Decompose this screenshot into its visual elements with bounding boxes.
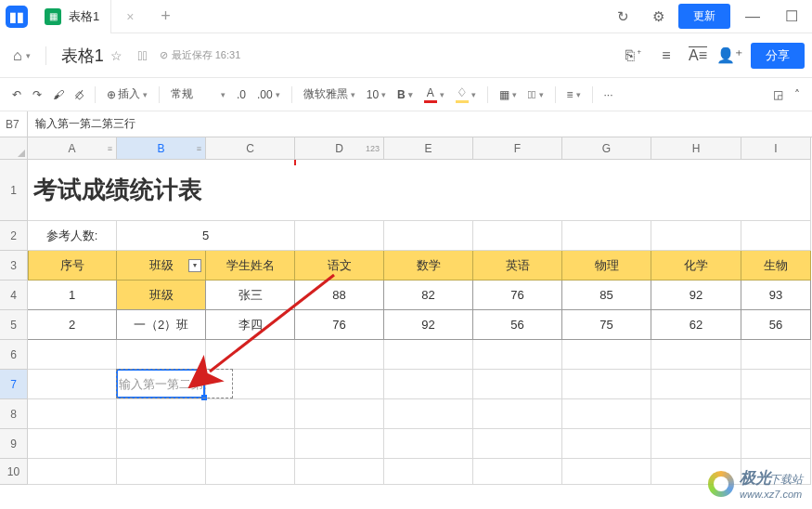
clear-format-button[interactable]: ◇̸ — [71, 85, 88, 104]
cell[interactable] — [741, 429, 811, 459]
cell[interactable] — [206, 399, 295, 429]
cell[interactable] — [651, 370, 741, 399]
history-icon[interactable]: ↻ — [608, 2, 638, 32]
row-header-1[interactable]: 1 — [0, 160, 28, 221]
cell[interactable] — [28, 340, 117, 370]
cell[interactable]: 数学 — [384, 251, 473, 281]
cell[interactable] — [473, 399, 562, 429]
cell[interactable] — [562, 221, 651, 251]
cell[interactable] — [741, 221, 811, 251]
row-header-7[interactable]: 7 — [0, 370, 28, 399]
cell[interactable]: 1 — [28, 281, 117, 310]
cell[interactable] — [206, 340, 295, 370]
cell[interactable]: 班级 — [117, 281, 206, 310]
cell[interactable]: 5 — [117, 221, 295, 251]
cell[interactable] — [473, 340, 562, 370]
row-header-4[interactable]: 4 — [0, 281, 28, 310]
col-header-A[interactable]: A≡ — [28, 137, 117, 160]
home-button[interactable]: ⌂▾ — [7, 44, 36, 68]
cell[interactable] — [28, 399, 117, 429]
active-cell-b7[interactable]: 输入第一第二第三行 — [117, 370, 206, 399]
number-format-dropdown[interactable]: 常规▾ — [166, 84, 230, 105]
decrease-decimal-button[interactable]: .0 — [232, 85, 251, 104]
borders-button[interactable]: ▦▾ — [495, 85, 522, 104]
cell[interactable] — [651, 221, 741, 251]
cell[interactable]: 92 — [651, 281, 741, 310]
cell[interactable] — [295, 459, 384, 485]
cell[interactable]: 62 — [651, 310, 741, 340]
cell[interactable]: 2 — [28, 310, 117, 340]
increase-decimal-button[interactable]: .00▾ — [252, 85, 285, 104]
cell[interactable]: 英语 — [473, 251, 562, 281]
cell[interactable] — [562, 459, 651, 485]
row-header-8[interactable]: 8 — [0, 399, 28, 429]
cell[interactable]: 学生姓名 — [206, 251, 295, 281]
cell[interactable] — [117, 429, 206, 459]
cell[interactable]: 李四 — [206, 310, 295, 340]
cell[interactable] — [473, 370, 562, 399]
row-header-9[interactable]: 9 — [0, 429, 28, 459]
cell[interactable]: 化学 — [651, 251, 741, 281]
cell[interactable] — [473, 429, 562, 459]
cell[interactable]: 班级▾ — [117, 251, 206, 281]
cell[interactable] — [384, 370, 473, 399]
cell[interactable]: 生物 — [741, 251, 811, 281]
cell[interactable] — [741, 340, 811, 370]
cell[interactable]: 85 — [562, 281, 651, 310]
minimize-button[interactable]: — — [736, 0, 769, 33]
cell[interactable]: 93 — [741, 281, 811, 310]
star-icon[interactable]: ☆ — [104, 43, 130, 69]
close-tab-icon[interactable]: × — [111, 9, 148, 24]
paint-format-button[interactable]: 🖌 — [48, 85, 69, 104]
list-icon[interactable]: ≡ — [651, 40, 682, 72]
cell[interactable]: 56 — [741, 310, 811, 340]
cell[interactable] — [295, 399, 384, 429]
cell[interactable] — [28, 429, 117, 459]
cell[interactable] — [384, 429, 473, 459]
maximize-button[interactable]: ☐ — [775, 0, 808, 33]
more-button[interactable]: ··· — [599, 85, 618, 104]
cell[interactable] — [741, 370, 811, 399]
cell[interactable]: 88 — [295, 281, 384, 310]
document-tab[interactable]: ▦ 表格1 — [33, 0, 111, 33]
cell[interactable] — [651, 340, 741, 370]
cell[interactable] — [562, 340, 651, 370]
add-sheet-icon[interactable]: ⎘⁺ — [619, 40, 651, 72]
cell[interactable]: 75 — [562, 310, 651, 340]
cell[interactable]: 92 — [384, 310, 473, 340]
cell[interactable]: 76 — [295, 310, 384, 340]
folder-icon[interactable]: ⇢⃞ — [130, 43, 156, 69]
row-header-5[interactable]: 5 — [0, 310, 28, 340]
row-header-2[interactable]: 2 — [0, 221, 28, 251]
cell[interactable]: 序号 — [28, 251, 117, 281]
font-size-dropdown[interactable]: 10▾ — [362, 85, 391, 104]
col-header-D[interactable]: D123 — [295, 137, 384, 160]
cell[interactable] — [295, 429, 384, 459]
freeze-button[interactable]: ◲ — [768, 85, 788, 104]
font-family-dropdown[interactable]: 微软雅黑▾ — [299, 84, 360, 105]
cell[interactable] — [117, 340, 206, 370]
bold-button[interactable]: B▾ — [393, 85, 418, 104]
name-box[interactable]: B7 — [0, 111, 28, 137]
col-header-G[interactable]: G — [562, 137, 651, 160]
cell[interactable] — [473, 459, 562, 485]
cell[interactable]: 56 — [473, 310, 562, 340]
col-header-I[interactable]: I — [741, 137, 811, 160]
fill-color-button[interactable]: ♢▾ — [451, 83, 481, 106]
cell[interactable] — [295, 370, 384, 399]
cell[interactable]: 一（2）班 — [117, 310, 206, 340]
filter-icon[interactable]: ▾ — [188, 259, 201, 272]
cell[interactable] — [651, 399, 741, 429]
merge-cells-button[interactable]: ⇔⃞▾ — [523, 85, 548, 104]
cells-grid[interactable]: 考试成绩统计表参考人数:5序号班级▾学生姓名语文数学英语物理化学生物1班级张三8… — [28, 160, 811, 485]
col-header-H[interactable]: H — [651, 137, 741, 160]
cell[interactable] — [562, 429, 651, 459]
new-tab-button[interactable]: + — [148, 0, 182, 33]
cell[interactable] — [562, 399, 651, 429]
cell[interactable] — [651, 429, 741, 459]
row-header-6[interactable]: 6 — [0, 340, 28, 370]
share-button[interactable]: 分享 — [751, 43, 805, 69]
cell[interactable] — [384, 399, 473, 429]
cell[interactable] — [28, 370, 117, 399]
cell[interactable] — [384, 221, 473, 251]
